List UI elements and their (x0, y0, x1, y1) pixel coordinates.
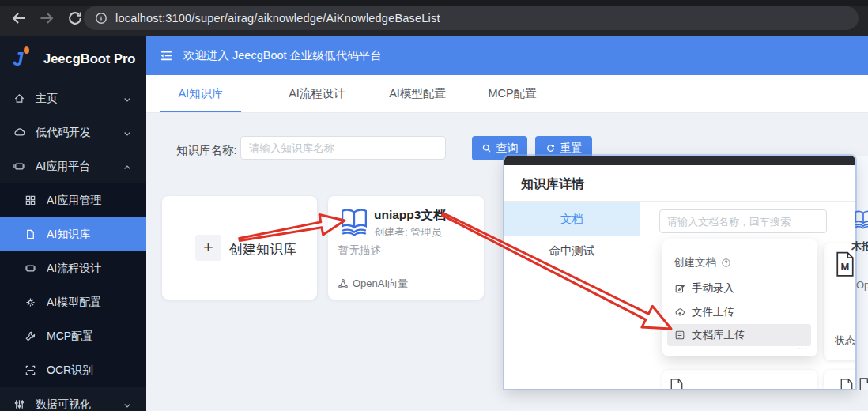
refresh-icon (545, 143, 556, 153)
edit-icon (674, 283, 685, 294)
vector-icon (338, 278, 349, 289)
markdown-file-icon: M (835, 251, 855, 277)
chevron-down-icon (123, 94, 132, 104)
kb-card-embedding: OpenAI向量 (338, 277, 408, 291)
browser-back-icon[interactable] (10, 9, 28, 27)
sidebar-item-ocr[interactable]: OCR识别 (0, 353, 146, 387)
modal-nav-docs[interactable]: 文档 (504, 202, 640, 236)
search-icon (481, 143, 492, 153)
modal-nav: 文档 命中测试 (504, 202, 640, 389)
flow-icon (25, 262, 36, 274)
screen: localhost:3100/super/airag/aiknowledge/A… (0, 0, 868, 411)
cloud-icon (13, 126, 25, 138)
kb-card-uniapp3[interactable]: uniapp3文档 创建者: 管理员 暂无描述 OpenAI向量 (328, 196, 484, 300)
partial-embedding-text: Ope (856, 279, 868, 291)
app-logo: J JeecgBoot Pro (0, 36, 146, 81)
kb-card-title: uniapp3文档 (374, 207, 445, 224)
tab-ai-knowledge[interactable]: AI知识库 (154, 75, 247, 112)
doc-status-label: 状态 (835, 334, 855, 348)
dropdown-header: 创建文档 (674, 255, 731, 270)
browser-chrome: localhost:3100/super/airag/aiknowledge/A… (0, 0, 868, 36)
sidebar-item-ai-model[interactable]: AI模型配置 (0, 285, 146, 319)
create-kb-label: 创建知识库 (229, 240, 296, 258)
sidebar: J JeecgBoot Pro 主页 低代码开发 AI应用平台 (0, 36, 146, 411)
card-actions-ellipsis: ... (797, 340, 808, 352)
sidebar-item-mcp[interactable]: MCP配置 (0, 319, 146, 353)
kb-name-label: 知识库名称: (176, 143, 237, 158)
kb-name-input[interactable] (240, 136, 446, 160)
partial-file-icon (859, 377, 868, 390)
sidebar-item-ai-flow[interactable]: AI流程设计 (0, 251, 146, 285)
page-tabs: AI知识库 AI流程设计 AI模型配置 MCP配置 (146, 75, 868, 113)
page-header: 欢迎进入 JeecgBoot 企业级低代码平台 (146, 36, 868, 75)
modal-nav-hit-test[interactable]: 命中测试 (504, 236, 640, 265)
document-icon (25, 228, 36, 240)
sidebar-item-home[interactable]: 主页 (0, 81, 146, 115)
open-book-icon (338, 206, 371, 237)
browser-refresh-icon[interactable] (66, 9, 84, 27)
chevron-down-icon (123, 400, 132, 409)
sidebar-submenu: AI应用管理 AI知识库 AI流程设计 AI模型配置 MCP配置 (0, 183, 146, 387)
svg-text:M: M (841, 261, 850, 273)
sidebar-item-data-visual[interactable]: 数据可视化 (0, 387, 146, 411)
welcome-text: 欢迎进入 JeecgBoot 企业级低代码平台 (183, 48, 382, 63)
site-info-icon[interactable] (95, 12, 108, 25)
modal-window-strip (504, 156, 855, 165)
doc-search-input[interactable] (659, 209, 827, 233)
kb-card-creator: 创建者: 管理员 (374, 225, 441, 239)
jeecg-logo-icon: J (11, 47, 35, 70)
scan-icon (25, 364, 36, 376)
sliders-icon (13, 398, 25, 410)
cloud-upload-icon (674, 307, 685, 318)
chevron-up-icon (123, 162, 132, 172)
plus-icon: + (195, 235, 221, 261)
kb-detail-modal: 知识库详情 文档 命中测试 M 状态 创建文档 (504, 156, 855, 389)
create-doc-dropdown: 创建文档 手动录入 文件上传 文档库上传 ... (662, 239, 817, 356)
browser-top-strip (0, 0, 868, 6)
partial-open-book-icon (852, 207, 868, 234)
dropdown-item-manual-entry[interactable]: 手动录入 (667, 277, 811, 300)
ai-platform-icon (13, 160, 25, 172)
create-kb-card[interactable]: + 创建知识库 (162, 196, 317, 300)
modal-title: 知识库详情 (521, 176, 584, 193)
dropdown-item-file-upload[interactable]: 文件上传 (667, 301, 811, 323)
tab-mcp[interactable]: MCP配置 (472, 75, 553, 112)
browser-address-bar[interactable]: localhost:3100/super/airag/aiknowledge/A… (84, 6, 859, 30)
dropdown-item-doc-library-upload[interactable]: 文档库上传 (667, 324, 811, 346)
partial-file-icon (840, 378, 854, 389)
sidebar-menu: 主页 低代码开发 AI应用平台 AI应用管理 AI知识库 (0, 81, 146, 411)
tab-ai-flow[interactable]: AI流程设计 (270, 75, 364, 112)
sidebar-item-ai-app-manage[interactable]: AI应用管理 (0, 183, 146, 217)
page-behind-modal (855, 156, 868, 390)
chevron-down-icon (123, 128, 132, 138)
doc-library-icon (674, 330, 685, 341)
tab-ai-model[interactable]: AI模型配置 (371, 75, 464, 112)
url-text[interactable]: localhost:3100/super/airag/aiknowledge/A… (115, 12, 440, 25)
sidebar-item-ai-platform[interactable]: AI应用平台 (0, 149, 146, 183)
question-circle-icon (721, 258, 731, 268)
sidebar-item-lowcode[interactable]: 低代码开发 (0, 115, 146, 149)
app-logo-text: JeecgBoot Pro (43, 51, 135, 66)
home-icon (13, 92, 25, 104)
document-card-partial (662, 370, 817, 389)
document-card[interactable]: M 状态 (824, 243, 855, 360)
menu-fold-icon[interactable] (160, 49, 173, 62)
partial-file-icon (670, 378, 684, 389)
gear-icon (25, 296, 36, 308)
sidebar-item-ai-knowledge[interactable]: AI知识库 (0, 217, 146, 251)
partial-kb-name: 木报 (851, 239, 868, 254)
kb-card-description: 暂无描述 (338, 243, 381, 258)
wrench-icon (25, 330, 36, 342)
grid-icon (25, 194, 36, 206)
browser-forward-icon[interactable] (38, 9, 55, 27)
